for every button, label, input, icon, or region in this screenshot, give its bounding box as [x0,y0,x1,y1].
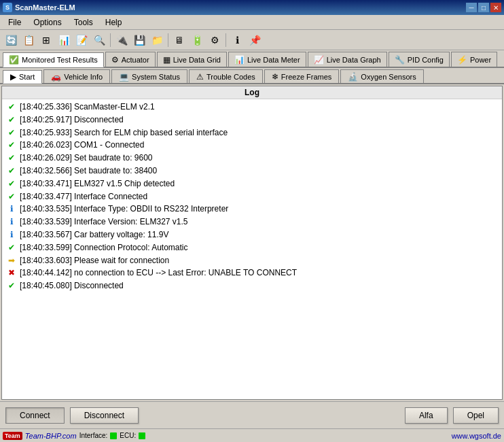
log-entry: ✔[18:40:25.336] ScanMaster-ELM v2.1 [5,101,499,114]
team-bhp-text: Team-BHP.com [25,432,77,440]
toolbar-sep-3 [226,33,226,47]
toolbar: 🔄 📋 ⊞ 📊 📝 🔍 🔌 💾 📁 🖥 🔋 ⚙ ℹ 📌 [0,30,504,50]
toolbar-icon-7[interactable]: 🔌 [113,32,130,48]
tab-live-data-graph[interactable]: 📈 Live Data Graph [308,52,387,67]
log-text-12: [18:40:33.603] Please wait for connectio… [20,255,169,267]
live-graph-icon: 📈 [314,55,324,65]
menu-bar: File Options Tools Help [0,15,504,30]
log-icon-7: ✔ [6,191,17,202]
connect-button[interactable]: Connect [5,407,65,424]
log-text-10: [18:40:33.567] Car battery voltage: 11.9… [20,229,168,241]
toolbar-icon-10[interactable]: 🖥 [171,32,187,48]
log-entry: ✔[18:40:45.080] Disconnected [5,279,499,292]
log-icon-3: ✔ [6,140,17,151]
tab-start[interactable]: ▶ Start [3,70,42,84]
log-icon-6: ✔ [6,178,17,189]
log-text-2: [18:40:25.933] Search for ELM chip based… [20,127,228,139]
menu-file[interactable]: File [3,16,26,29]
toolbar-sep-1 [110,33,111,47]
window-title: ScanMaster-ELM [15,3,75,12]
freeze-icon: ❄ [272,72,278,82]
vehicle-icon: 🚗 [51,72,61,82]
alfa-button[interactable]: Alfa [405,407,448,424]
log-text-4: [18:40:26.029] Set baudrate to: 9600 [20,152,153,164]
log-icon-0: ✔ [6,101,17,112]
tab-live-data-grid[interactable]: ▦ Live Data Grid [157,52,227,67]
live-grid-icon: ▦ [163,55,170,65]
log-icon-4: ✔ [6,153,17,164]
ecu-label: ECU: [120,432,136,439]
disconnect-button[interactable]: Disconnect [70,407,139,424]
tab-system-status[interactable]: 💻 System Status [111,69,187,83]
tab-freeze-frames[interactable]: ❄ Freeze Frames [264,69,340,83]
toolbar-icon-9[interactable]: 📁 [149,32,165,48]
log-text-6: [18:40:33.471] ELM327 v1.5 Chip detected [20,178,175,190]
toolbar-icon-11[interactable]: 🔋 [189,32,205,48]
pid-icon: 🔧 [395,55,405,65]
log-entry: ✔[18:40:26.029] Set baudrate to: 9600 [5,152,499,165]
toolbar-icon-3[interactable]: ⊞ [38,32,54,48]
tab-oxygen-sensors[interactable]: 🔬 Oxygen Sensors [340,69,423,83]
oxygen-icon: 🔬 [348,72,358,82]
tabs-row2: ▶ Start 🚗 Vehicle Info 💻 System Status ⚠… [0,68,504,84]
log-entry: ℹ[18:40:33.539] Interface Version: ELM32… [5,216,499,228]
system-icon: 💻 [119,72,129,82]
status-website: www.wgsoft.de [452,432,501,440]
log-text-8: [18:40:33.535] Interface Type: OBDII to … [20,203,228,215]
toolbar-icon-2[interactable]: 📋 [20,32,37,48]
status-indicators: Interface: ECU: [79,432,146,439]
log-entry: ✖[18:40:44.142] no connection to ECU -->… [5,267,499,279]
log-text-9: [18:40:33.539] Interface Version: ELM327… [20,216,188,228]
toolbar-icon-14[interactable]: 📌 [247,32,263,48]
monitored-icon: ✅ [9,55,19,65]
toolbar-icon-5[interactable]: 📝 [73,32,90,48]
close-button[interactable]: ✕ [490,3,501,12]
interface-label: Interface: [79,432,108,439]
log-icon-14: ✔ [6,281,17,292]
team-bhp-logo: Team [3,432,22,440]
toolbar-icon-8[interactable]: 💾 [131,32,147,48]
status-bar: Team Team-BHP.com Interface: ECU: www.wg… [0,428,504,442]
log-icon-5: ✔ [6,165,17,176]
maximize-button[interactable]: □ [478,3,489,12]
menu-options[interactable]: Options [28,16,67,29]
minimize-button[interactable]: ─ [466,3,477,12]
tab-power[interactable]: ⚡ Power [451,52,497,67]
power-icon: ⚡ [457,55,467,65]
log-entry: ✔[18:40:26.023] COM1 - Connected [5,139,499,152]
tabs-row1: ✅ Monitored Test Results ⚙ Actuator ▦ Li… [0,50,504,68]
log-icon-9: ℹ [6,217,17,228]
log-entry: ℹ[18:40:33.535] Interface Type: OBDII to… [5,203,499,216]
toolbar-icon-12[interactable]: ⚙ [206,32,223,48]
log-icon-10: ℹ [6,229,17,240]
start-icon: ▶ [10,72,16,82]
toolbar-icon-1[interactable]: 🔄 [3,32,19,48]
toolbar-icon-6[interactable]: 🔍 [91,32,107,48]
log-entry: ✔[18:40:25.917] Disconnected [5,114,499,126]
log-text-7: [18:40:33.477] Interface Connected [20,191,147,203]
log-area: ✔[18:40:25.336] ScanMaster-ELM v2.1✔[18:… [2,99,502,294]
ecu-indicator [139,432,145,439]
toolbar-sep-2 [168,33,168,47]
tab-vehicle-info[interactable]: 🚗 Vehicle Info [43,69,110,83]
tab-trouble-codes[interactable]: ⚠ Trouble Codes [189,69,263,83]
log-icon-2: ✔ [6,127,17,138]
log-text-0: [18:40:25.336] ScanMaster-ELM v2.1 [20,101,155,113]
actuator-icon: ⚙ [111,55,119,65]
toolbar-icon-13[interactable]: ℹ [229,32,245,48]
tab-monitored-test-results[interactable]: ✅ Monitored Test Results [3,52,104,67]
log-text-14: [18:40:45.080] Disconnected [20,280,124,292]
tab-pid-config[interactable]: 🔧 PID Config [389,52,450,67]
app-icon: S [3,3,12,12]
interface-indicator [110,432,117,439]
log-icon-1: ✔ [6,114,17,125]
menu-tools[interactable]: Tools [69,16,98,29]
log-entry: ✔[18:40:33.477] Interface Connected [5,190,499,203]
menu-help[interactable]: Help [100,16,128,29]
opel-button[interactable]: Opel [453,407,499,424]
log-text-11: [18:40:33.599] Connection Protocol: Auto… [20,242,188,254]
toolbar-icon-4[interactable]: 📊 [56,32,72,48]
tab-actuator[interactable]: ⚙ Actuator [105,52,156,67]
tab-live-data-meter[interactable]: 📊 Live Data Meter [228,52,306,67]
log-icon-11: ✔ [6,242,17,253]
